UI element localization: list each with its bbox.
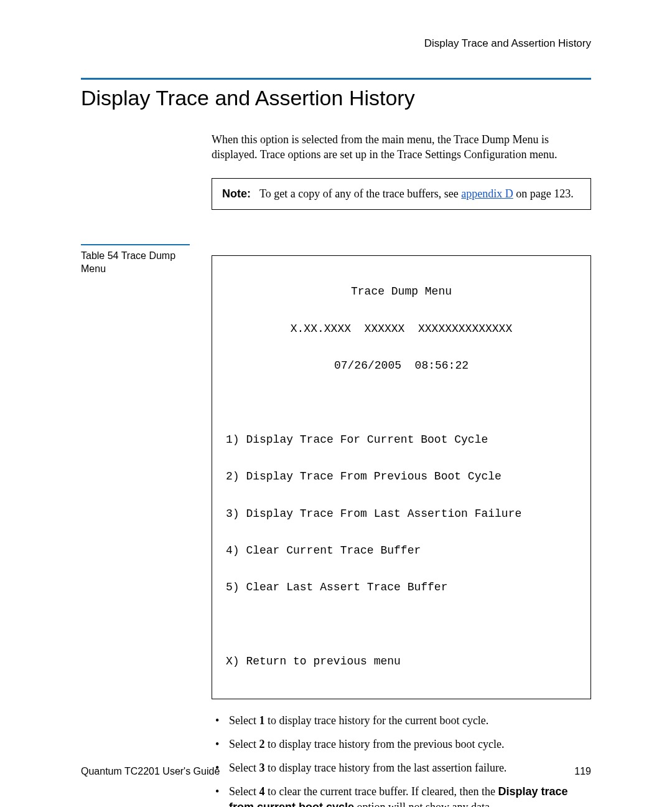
footer-page-number: 119 [574,766,591,777]
menu-item-5: 5) Clear Last Assert Trace Buffer [226,578,577,597]
note-prefix: To get a copy of any of the trace buffer… [259,187,461,200]
note-body: To get a copy of any of the trace buffer… [259,186,581,202]
bullet-item-2: Select 2 to display trace history from t… [212,737,591,752]
menu-item-3: 3) Display Trace From Last Assertion Fai… [226,505,577,524]
menu-title: Trace Dump Menu [226,283,577,301]
menu-item-2: 2) Display Trace From Previous Boot Cycl… [226,468,577,486]
trace-dump-menu-box: Trace Dump Menu X.XX.XXXX XXXXXX XXXXXXX… [212,255,591,699]
table-caption: Table 54 Trace Dump Menu [81,244,190,276]
bullet-item-1: Select 1 to display trace history for th… [212,713,591,728]
bullet-text: option will not show any data. [354,801,492,807]
section-title: Display Trace and Assertion History [81,86,591,110]
bullet-text: to display trace history for the current… [264,714,488,727]
bullet-text: to clear the current trace buffer. If cl… [264,785,498,798]
menu-blank-2 [226,616,577,635]
menu-timestamp: 07/26/2005 08:56:22 [226,357,577,375]
menu-version-line: X.XX.XXXX XXXXXX XXXXXXXXXXXXXX [226,320,577,339]
section-rule [81,78,591,80]
bullet-item-4: Select 4 to clear the current trace buff… [212,784,591,807]
bullet-text: to display trace history from the previo… [264,738,504,750]
note-suffix: on page 123. [513,187,574,200]
footer-guide-title: Quantum TC2201 User's Guide [81,766,220,777]
note-label: Note: [222,186,251,202]
intro-paragraph: When this option is selected from the ma… [212,132,591,163]
bullet-text: Select [229,738,259,750]
menu-blank [226,394,577,413]
header-breadcrumb: Display Trace and Assertion History [81,37,591,50]
note-box: Note: To get a copy of any of the trace … [212,178,591,210]
page-footer: Quantum TC2201 User's Guide 119 [81,766,591,777]
menu-item-1: 1) Display Trace For Current Boot Cycle [226,431,577,450]
menu-item-4: 4) Clear Current Trace Buffer [226,542,577,560]
bullet-list: Select 1 to display trace history for th… [212,713,591,807]
bullet-text: Select [229,714,259,727]
appendix-link[interactable]: appendix D [461,187,513,200]
bullet-text: Select [229,785,259,798]
menu-return-item: X) Return to previous menu [226,653,577,671]
